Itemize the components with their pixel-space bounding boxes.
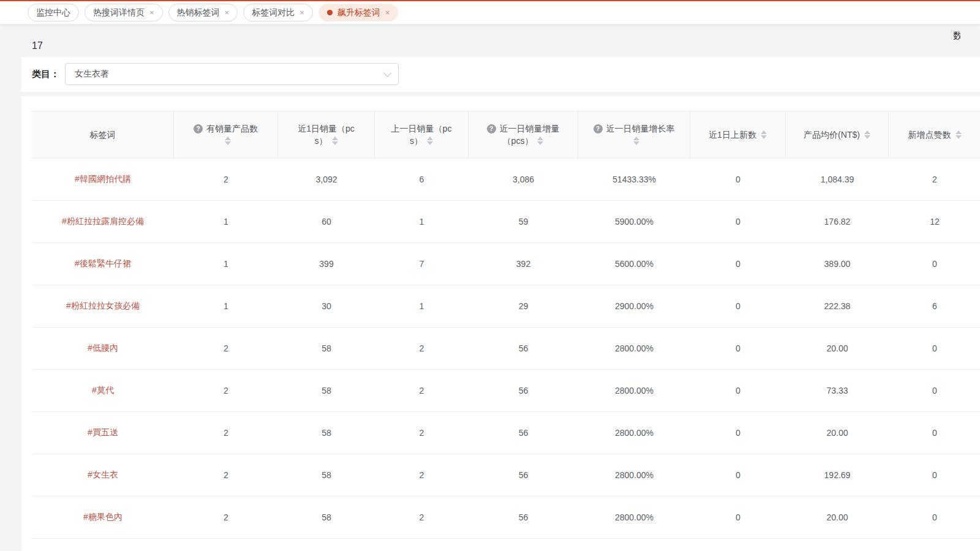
tag-link[interactable]: #莫代 bbox=[92, 385, 114, 396]
cell: 2800.00% bbox=[578, 454, 690, 496]
close-icon[interactable]: × bbox=[385, 9, 390, 17]
cell: 1 bbox=[375, 201, 469, 242]
help-icon[interactable]: ? bbox=[194, 124, 203, 133]
help-icon[interactable]: ? bbox=[594, 124, 603, 133]
col-header-sales-1d[interactable]: 近1日销量（pc s） bbox=[278, 111, 375, 158]
cell: 0 bbox=[690, 328, 786, 369]
cell: 7 bbox=[375, 243, 469, 285]
tab-label: 监控中心 bbox=[36, 7, 70, 18]
cell: 73.33 bbox=[786, 370, 889, 411]
cell: 0 bbox=[889, 243, 980, 285]
cell: 3,086 bbox=[469, 159, 578, 200]
cell: 0 bbox=[690, 370, 786, 411]
cell: 2800.00% bbox=[578, 370, 690, 411]
cell: 2 bbox=[174, 159, 278, 200]
cell: 0 bbox=[690, 285, 786, 327]
cell: 2 bbox=[174, 454, 278, 496]
tab-surging-tags-active[interactable]: 飙升标签词 × bbox=[318, 4, 399, 21]
cell: 222.38 bbox=[786, 285, 889, 327]
close-icon[interactable]: × bbox=[149, 9, 154, 17]
tag-link[interactable]: #粉紅拉拉露肩控必備 bbox=[62, 216, 144, 227]
category-select-value: 女生衣著 bbox=[75, 69, 383, 80]
close-icon[interactable]: × bbox=[300, 9, 304, 17]
sort-icon[interactable] bbox=[633, 137, 639, 145]
tag-link[interactable]: #後鬆緊牛仔裙 bbox=[75, 258, 131, 269]
sort-icon[interactable] bbox=[761, 130, 767, 139]
col-header-new-listings[interactable]: 近1日上新数 bbox=[690, 111, 786, 158]
sort-icon[interactable] bbox=[332, 137, 338, 145]
cell: 1 bbox=[174, 243, 278, 285]
result-count: 17 bbox=[32, 40, 43, 51]
chevron-down-icon bbox=[383, 69, 391, 77]
cell: 0 bbox=[690, 201, 786, 242]
table-row: #糖果色內 2 58 2 56 2800.00% 0 20.00 0 bbox=[32, 497, 980, 539]
col-header-new-likes[interactable]: 新增点赞数 bbox=[889, 111, 980, 158]
cell: 2 bbox=[174, 328, 278, 369]
cell: 56 bbox=[469, 412, 578, 454]
tag-link[interactable]: #買五送 bbox=[88, 427, 118, 438]
cell: 29 bbox=[469, 285, 578, 327]
col-header-sales-increase[interactable]: ?近一日销量增量 （pcs） bbox=[469, 111, 578, 158]
tab-bar: 监控中心 热搜词详情页 × 热销标签词 × 标签词对比 × 飙升标签词 × bbox=[0, 1, 980, 24]
category-label: 类目： bbox=[32, 57, 59, 92]
cell: 20.00 bbox=[786, 328, 889, 369]
cell: 0 bbox=[690, 454, 786, 496]
table-row: #韓國網拍代購 2 3,092 6 3,086 51433.33% 0 1,08… bbox=[32, 159, 980, 201]
col-header-avg-price[interactable]: 产品均价(NT$) bbox=[786, 111, 889, 158]
cell: 20.00 bbox=[786, 497, 889, 538]
cell: 2 bbox=[375, 370, 469, 411]
close-icon[interactable]: × bbox=[225, 9, 230, 17]
col-header-growth-rate[interactable]: ?近一日销量增长率 bbox=[578, 111, 690, 158]
cell: 2800.00% bbox=[578, 497, 690, 538]
sort-icon[interactable] bbox=[956, 130, 962, 139]
cell: 1,084.39 bbox=[786, 159, 889, 200]
cell: 2 bbox=[174, 497, 278, 538]
tab-monitor-center[interactable]: 监控中心 bbox=[28, 4, 79, 21]
cell: 5600.00% bbox=[578, 243, 690, 285]
tab-hot-search-detail[interactable]: 热搜词详情页 × bbox=[85, 4, 163, 21]
table-header-row: 标签词 ?有销量产品数 近1日销量（pc s） 上一日销量（pc s） ?近一日… bbox=[32, 111, 980, 159]
table-panel: 标签词 ?有销量产品数 近1日销量（pc s） 上一日销量（pc s） ?近一日… bbox=[21, 96, 980, 551]
cell: 399 bbox=[278, 243, 375, 285]
cell: 0 bbox=[690, 412, 786, 454]
cell: 6 bbox=[375, 159, 469, 200]
cell: 58 bbox=[278, 370, 375, 411]
cell: 60 bbox=[278, 201, 375, 242]
cell: 0 bbox=[889, 454, 980, 496]
cell: 30 bbox=[278, 285, 375, 327]
cell: 6 bbox=[889, 285, 980, 327]
cell: 3,092 bbox=[278, 159, 375, 200]
tab-hot-tags[interactable]: 热销标签词 × bbox=[168, 4, 238, 21]
tag-link[interactable]: #粉紅拉拉女孩必備 bbox=[66, 301, 140, 312]
tab-label: 标签词对比 bbox=[252, 7, 295, 18]
cell: 0 bbox=[889, 328, 980, 369]
cell: 59 bbox=[469, 201, 578, 242]
sort-icon[interactable] bbox=[537, 137, 543, 145]
col-header-tag-word: 标签词 bbox=[32, 111, 174, 158]
cell: 392 bbox=[469, 243, 578, 285]
cell: 56 bbox=[469, 497, 578, 538]
table-row: #粉紅拉拉露肩控必備 1 60 1 59 5900.00% 0 176.82 1… bbox=[32, 201, 980, 243]
col-header-products-with-sales[interactable]: ?有销量产品数 bbox=[174, 111, 278, 158]
sort-icon[interactable] bbox=[427, 137, 433, 145]
tag-link[interactable]: #糖果色內 bbox=[83, 512, 123, 523]
category-select[interactable]: 女生衣著 bbox=[65, 63, 399, 85]
tag-link[interactable]: #低腰內 bbox=[88, 343, 118, 354]
cell: 1 bbox=[174, 285, 278, 327]
cell: 2 bbox=[375, 497, 469, 538]
tab-tag-compare[interactable]: 标签词对比 × bbox=[243, 4, 313, 21]
sort-icon[interactable] bbox=[864, 130, 870, 139]
cell: 56 bbox=[469, 328, 578, 369]
cell: 2900.00% bbox=[578, 285, 690, 327]
tag-link[interactable]: #女生衣 bbox=[88, 470, 118, 481]
table-row: #女生衣 2 58 2 56 2800.00% 0 192.69 0 bbox=[32, 454, 980, 497]
col-header-sales-prev-day[interactable]: 上一日销量（pc s） bbox=[375, 111, 469, 158]
cell: 2 bbox=[375, 454, 469, 496]
cell: 58 bbox=[278, 454, 375, 496]
help-icon[interactable]: ? bbox=[487, 124, 496, 133]
tag-link[interactable]: #韓國網拍代購 bbox=[75, 174, 131, 185]
cell: 2 bbox=[174, 370, 278, 411]
cell: 2800.00% bbox=[578, 328, 690, 369]
sort-icon[interactable] bbox=[225, 137, 231, 145]
cell: 51433.33% bbox=[578, 159, 690, 200]
